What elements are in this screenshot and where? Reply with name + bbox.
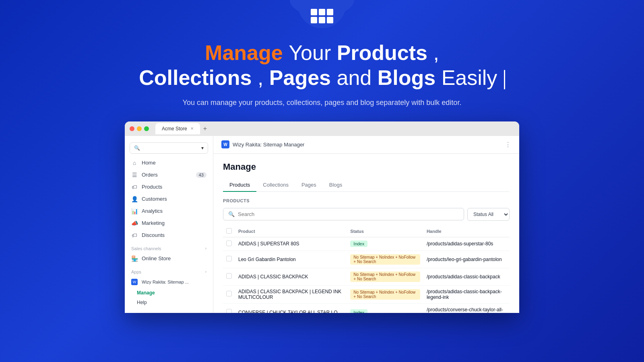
table-row: Leo Gri Gabardin PantolonNo Sitemap + No… <box>223 251 510 268</box>
browser-tab[interactable]: Acme Store ✕ <box>155 123 200 134</box>
tab-bar: Acme Store ✕ + <box>155 123 514 134</box>
marketing-icon: 📣 <box>131 220 138 226</box>
grid-cell <box>311 9 317 15</box>
page-title: Manage <box>223 162 510 172</box>
headline-blogs: Blogs <box>378 66 436 89</box>
sidebar: 🔍 ▾ ⌂ Home ☰ Orders 43 🏷 Products 👤 Cust… <box>125 136 213 313</box>
col-handle: Handle <box>423 226 510 237</box>
row-checkbox[interactable] <box>226 241 232 246</box>
customers-icon: 👤 <box>131 196 138 202</box>
sidebar-help-item[interactable]: Help <box>125 298 213 307</box>
sidebar-item-home[interactable]: ⌂ Home <box>125 157 213 169</box>
headline-section: Manage Your Products , Collections , Pag… <box>139 40 505 109</box>
product-table: Product Status Handle ADIDAS | SUPERSTAR… <box>223 226 510 313</box>
new-tab-button[interactable]: + <box>203 125 207 132</box>
sales-channels-label: Sales channels › <box>125 241 213 253</box>
headline-line2: Collections , Pages and Blogs Easily <box>139 65 505 90</box>
search-placeholder: 🔍 <box>134 145 140 151</box>
product-name-cell: CONVERSE | CHUCK TAYLOR ALL STAR LO <box>235 303 347 313</box>
tab-pages[interactable]: Pages <box>295 179 323 192</box>
sidebar-item-orders[interactable]: ☰ Orders 43 <box>125 169 213 181</box>
sidebar-customers-label: Customers <box>142 196 167 202</box>
subtitle-text: You can manage your products, collection… <box>139 97 505 109</box>
status-select[interactable]: Status All Index No Sitemap <box>467 208 510 221</box>
status-badge: Index <box>350 309 367 313</box>
search-input[interactable] <box>238 211 459 217</box>
search-row: 🔍 Status All Index No Sitemap <box>223 208 510 221</box>
table-row: CONVERSE | CHUCK TAYLOR ALL STAR LOIndex… <box>223 303 510 313</box>
sidebar-item-products[interactable]: 🏷 Products <box>125 181 213 193</box>
grid-cell <box>327 9 333 15</box>
sidebar-item-marketing[interactable]: 📣 Marketing <box>125 217 213 229</box>
minimize-button[interactable] <box>137 126 142 131</box>
sidebar-item-wizy[interactable]: W Wizy Rakita: Sitemap ... <box>125 276 213 288</box>
icon-circle <box>298 0 346 28</box>
table-row: ADIDAS | CLASSIC BACKPACKNo Sitemap + No… <box>223 268 510 285</box>
headline-manage: Manage <box>205 41 283 64</box>
product-name-cell: ADIDAS | SUPERSTAR 80S <box>235 237 347 251</box>
grid-cell <box>319 17 325 23</box>
sidebar-orders-label: Orders <box>142 172 158 178</box>
status-cell: No Sitemap + NoIndex + NoFollow + No Sea… <box>347 285 423 303</box>
handle-cell: /products/leo-gri-gabardin-pantolon <box>423 251 510 268</box>
topbar-menu-icon[interactable]: ⋮ <box>505 141 511 148</box>
dropdown-arrow[interactable]: ▾ <box>201 145 204 151</box>
handle-cell: /products/converse-chuck-taylor-all-star… <box>423 303 510 313</box>
sidebar-item-customers[interactable]: 👤 Customers <box>125 193 213 205</box>
home-icon: ⌂ <box>131 160 138 166</box>
topbar: W Wizy Rakita: Sitemap Manager ⋮ <box>213 136 519 154</box>
online-store-label: Online Store <box>142 255 171 261</box>
sidebar-item-analytics[interactable]: 📊 Analytics <box>125 205 213 217</box>
orders-icon: ☰ <box>131 172 138 178</box>
handle-cell: /products/adidas-classic-backpack <box>423 268 510 285</box>
grid-icon <box>311 9 333 23</box>
tab-products[interactable]: Products <box>223 179 256 192</box>
table-row: ADIDAS | CLASSIC BACKPACK | LEGEND INK M… <box>223 285 510 303</box>
select-all-checkbox[interactable] <box>226 228 232 234</box>
sidebar-search[interactable]: 🔍 ▾ <box>130 142 208 154</box>
search-box[interactable]: 🔍 <box>223 208 464 220</box>
headline-products: Products <box>337 41 427 64</box>
row-checkbox[interactable] <box>226 256 232 261</box>
col-status: Status <box>347 226 423 237</box>
tab-collections[interactable]: Collections <box>256 179 295 192</box>
row-checkbox[interactable] <box>226 273 232 279</box>
browser-window: Acme Store ✕ + 🔍 ▾ ⌂ Home ☰ Orders 43 � <box>125 121 519 313</box>
handle-cell: /products/adidas-classic-backpack-legend… <box>423 285 510 303</box>
tab-close-icon[interactable]: ✕ <box>190 126 194 131</box>
status-badge: No Sitemap + NoIndex + NoFollow + No Sea… <box>350 254 420 265</box>
sidebar-products-label: Products <box>142 184 162 190</box>
sidebar-analytics-label: Analytics <box>142 208 163 214</box>
row-checkbox[interactable] <box>226 309 232 313</box>
sidebar-item-online-store[interactable]: 🏪 Online Store <box>125 253 213 265</box>
apps-section-label: Apps › <box>125 265 213 276</box>
headline-line1: Manage Your Products , <box>139 40 505 65</box>
headline-comma2: , <box>258 66 269 89</box>
app-header-label: Wizy Rakita: Sitemap Manager <box>233 142 304 148</box>
sidebar-item-discounts[interactable]: 🏷 Discounts <box>125 229 213 241</box>
maximize-button[interactable] <box>144 126 149 131</box>
status-badge: No Sitemap + NoIndex + NoFollow + No Sea… <box>350 289 420 300</box>
headline-pages: Pages <box>269 66 331 89</box>
close-button[interactable] <box>130 126 134 131</box>
apps-arrow-icon: › <box>205 269 206 274</box>
status-cell: No Sitemap + NoIndex + NoFollow + No Sea… <box>347 251 423 268</box>
content-area: Manage Products Collections Pages Blogs … <box>213 154 519 313</box>
status-cell: Index <box>347 237 423 251</box>
headline-and: and <box>337 66 378 89</box>
status-badge: Index <box>350 241 367 247</box>
product-name-cell: ADIDAS | CLASSIC BACKPACK | LEGEND INK M… <box>235 285 347 303</box>
product-name-cell: Leo Gri Gabardin Pantolon <box>235 251 347 268</box>
headline-collections: Collections <box>139 66 252 89</box>
orders-badge: 43 <box>196 172 206 178</box>
status-badge: No Sitemap + NoIndex + NoFollow + No Sea… <box>350 272 420 282</box>
main-area: W Wizy Rakita: Sitemap Manager ⋮ Manage … <box>213 136 519 313</box>
tab-blogs[interactable]: Blogs <box>323 179 349 192</box>
grid-cell <box>327 17 333 23</box>
wizy-app-icon: W <box>131 279 138 285</box>
status-cell: Index <box>347 303 423 313</box>
row-checkbox[interactable] <box>226 291 232 296</box>
sidebar-manage-item[interactable]: Manage <box>125 288 213 298</box>
text-cursor <box>504 70 505 89</box>
online-store-icon: 🏪 <box>131 255 138 262</box>
